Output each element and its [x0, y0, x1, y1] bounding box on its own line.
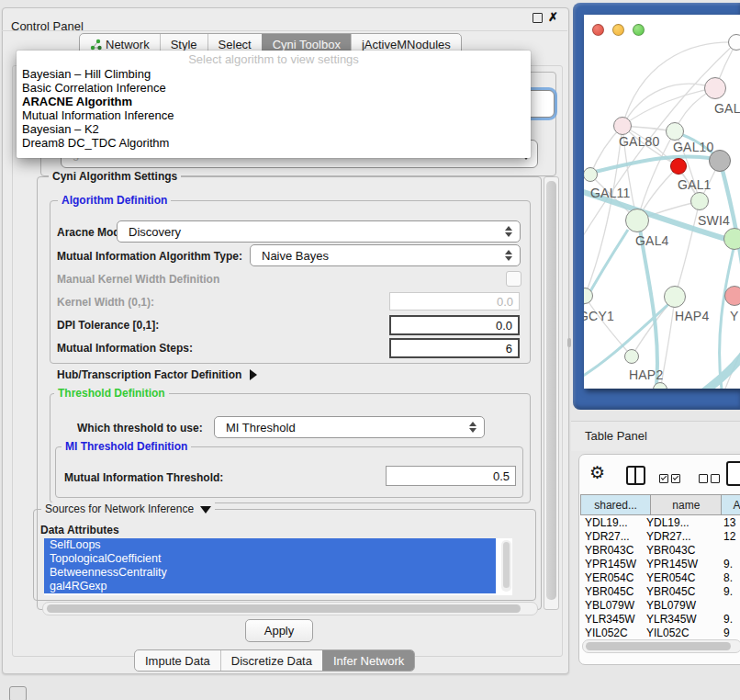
cyni-algorithm-settings-title: Cyni Algorithm Settings [49, 170, 181, 184]
screen: Control Panel ✗ Network Style Select Cyn… [0, 0, 740, 700]
control-panel-titlebar: Control Panel [2, 7, 567, 31]
node-label: GAL1 [678, 177, 712, 192]
kernel-width-label: Kernel Width (0,1): [57, 296, 154, 309]
list-item[interactable]: BetweennessCentrality [44, 566, 496, 580]
threshold-definition-title: Threshold Definition [54, 387, 169, 401]
settings-vertical-scrollbar[interactable] [544, 176, 559, 610]
aracne-mode-combobox[interactable]: Discovery [117, 220, 521, 243]
mi-steps-label: Mutual Information Steps: [57, 342, 193, 355]
kernel-width-field[interactable]: 0.0 [389, 292, 520, 310]
table-row[interactable]: YER054CYER054C8. [580, 571, 740, 585]
tab-discretize-data[interactable]: Discretize Data [220, 650, 322, 671]
table-row[interactable]: YDL19...YDL19...13 [580, 516, 740, 530]
dropdown-item[interactable]: Mutual Information Inference [17, 108, 531, 122]
settings-horizontal-scrollbar[interactable] [42, 602, 538, 615]
deselect-all-columns-icon[interactable] [699, 470, 723, 487]
network-canvas[interactable]: GAL GAL80 GAL10 GAL1 GAL11 SWI4 GAL4 GCY… [584, 15, 740, 389]
network-node-swi4[interactable] [723, 228, 740, 250]
network-icon [90, 39, 102, 51]
network-node-gal10[interactable] [666, 122, 684, 141]
which-threshold-combobox[interactable]: MI Threshold [214, 416, 485, 438]
split-pane-handle[interactable] [567, 338, 571, 347]
network-node[interactable] [704, 77, 726, 99]
float-window-icon[interactable] [533, 13, 543, 23]
network-node-gal4[interactable] [625, 209, 649, 232]
dropdown-item[interactable]: Dream8 DC_TDC Algorithm [17, 136, 531, 150]
table-row[interactable]: YLR345WYLR345W9. [580, 613, 740, 627]
tab-impute-data[interactable]: Impute Data [135, 650, 220, 671]
list-item[interactable]: gal4RGexp [44, 580, 496, 593]
unchecked-box-icon [711, 474, 720, 483]
dropdown-prompt: Select algorithm to view settings [17, 52, 531, 67]
mi-type-value: Naive Bayes [262, 249, 329, 263]
hub-definition-label: Hub/Transcription Factor Definition [57, 368, 241, 381]
network-edges [584, 15, 740, 389]
table-row[interactable]: YPR145WYPR145W9. [580, 558, 740, 571]
list-item[interactable]: SelfLoops [44, 538, 496, 552]
table-row[interactable]: YBR043CYBR043C [580, 544, 740, 558]
mi-steps-field[interactable]: 6 [389, 338, 520, 358]
unchecked-box-icon [699, 474, 708, 483]
which-threshold-label: Which threshold to use: [77, 422, 203, 435]
settings-horizontal-scrollbar-thumb[interactable] [47, 604, 521, 613]
settings-vertical-scrollbar-thumb[interactable] [546, 181, 556, 600]
combo-stepper-icon [505, 250, 512, 261]
kernel-width-value: 0.0 [497, 295, 513, 309]
tab-infer-network[interactable]: Infer Network [322, 650, 414, 671]
network-node-hap2[interactable] [624, 349, 639, 364]
mi-type-combobox[interactable]: Naive Bayes [250, 244, 521, 266]
mi-threshold-field[interactable]: 0.5 [386, 466, 516, 486]
column-header-clipped[interactable]: A [722, 495, 740, 514]
close-icon[interactable]: ✗ [548, 10, 558, 24]
table-row[interactable]: YBL079WYBL079W [580, 599, 740, 613]
column-header-shared-name[interactable]: shared... [581, 495, 651, 514]
apply-button[interactable]: Apply [245, 619, 313, 642]
hub-definition-expander[interactable]: Hub/Transcription Factor Definition [57, 367, 257, 381]
manual-kernel-checkbox[interactable] [506, 271, 521, 287]
dropdown-item[interactable]: Basic Correlation Inference [17, 81, 531, 95]
expand-right-icon[interactable] [250, 369, 257, 380]
table-horizontal-scrollbar-thumb[interactable] [586, 642, 731, 650]
network-node-salmon[interactable] [724, 286, 740, 306]
sources-collapse-header[interactable]: Sources for Network Inference [41, 502, 215, 516]
node-label: GAL10 [673, 140, 714, 154]
export-table-icon[interactable] [726, 461, 740, 486]
dropdown-item[interactable]: Bayesian – K2 [17, 122, 531, 136]
node-label: SWI4 [698, 213, 730, 228]
table-row[interactable]: YBR045CYBR045C9. [580, 585, 740, 599]
data-attributes-list: SelfLoops TopologicalCoefficient Between… [44, 538, 512, 595]
aracne-mode-value: Discovery [129, 225, 181, 239]
network-node-selected-red[interactable] [670, 158, 687, 175]
which-threshold-value: MI Threshold [226, 421, 296, 435]
network-node-hap4[interactable] [664, 286, 686, 308]
table-row[interactable]: YIL052CYIL052C9 [580, 627, 740, 640]
dropdown-item-selected[interactable]: ARACNE Algorithm [17, 95, 531, 108]
collapse-down-icon[interactable] [200, 506, 211, 514]
checked-box-icon [659, 474, 668, 483]
columns-icon[interactable] [626, 466, 645, 485]
list-item[interactable]: TopologicalCoefficient [44, 552, 496, 566]
tab-jactivemnodules-label: jActiveMNodules [362, 38, 451, 51]
mi-steps-value: 6 [506, 342, 512, 356]
column-header-name[interactable]: name [651, 495, 722, 514]
network-node[interactable] [728, 34, 740, 51]
attributes-scrollbar[interactable] [501, 540, 511, 592]
node-label: GAL11 [590, 186, 631, 200]
dropdown-item[interactable]: Bayesian – Hill Climbing [17, 67, 531, 81]
select-all-columns-icon[interactable] [659, 470, 683, 487]
node-label: HAP2 [629, 367, 663, 382]
dpi-tolerance-field[interactable]: 0.0 [389, 315, 520, 335]
tab-discretize-data-label: Discretize Data [231, 654, 312, 668]
gear-icon[interactable]: ⚙ [589, 462, 605, 483]
table-horizontal-scrollbar[interactable] [582, 639, 740, 653]
attributes-scrollbar-thumb[interactable] [503, 542, 510, 588]
collapsed-panel-icon[interactable] [9, 686, 27, 700]
dpi-tolerance-label: DPI Tolerance [0,1]: [57, 319, 159, 332]
table-row[interactable]: YDR27...YDR27...12 [580, 530, 740, 544]
network-node-gal1[interactable] [690, 192, 709, 210]
network-node-gal80[interactable] [613, 117, 632, 135]
table-panel-titlebar: Table Panel [571, 421, 740, 451]
tab-cyni-toolbox-label: Cyni Toolbox [273, 38, 341, 51]
node-label: GCY1 [584, 309, 614, 323]
algorithm-definition-title: Algorithm Definition [58, 194, 171, 208]
